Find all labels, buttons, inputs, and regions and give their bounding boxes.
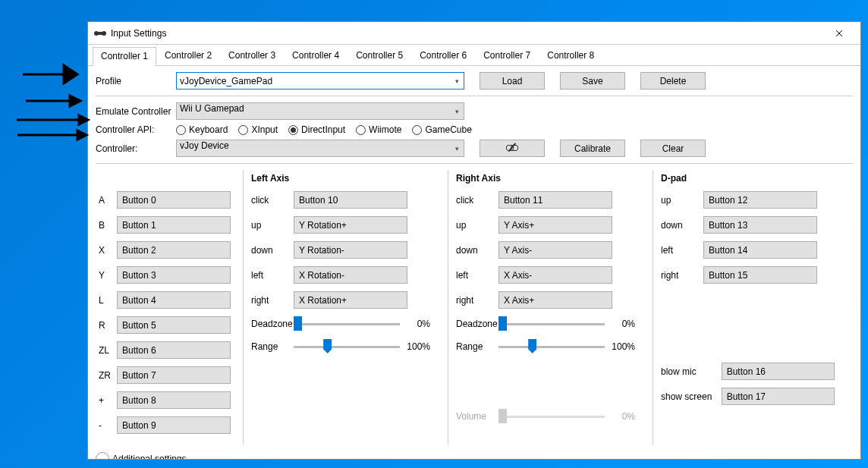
left-deadzone-value: 0% [400, 319, 430, 329]
left-range-slider[interactable] [294, 339, 400, 354]
controller-tabs: Controller 1Controller 2Controller 3Cont… [88, 46, 860, 66]
mapping-columns: AButton 0BButton 1XButton 2YButton 3LBut… [96, 170, 853, 444]
leftAxis-right-input[interactable]: X Rotation+ [294, 291, 407, 309]
button-label-minus: - [99, 420, 117, 431]
dpad-left-label: left [661, 245, 703, 256]
tab-controller-5[interactable]: Controller 5 [348, 46, 411, 65]
connect-button[interactable] [480, 140, 545, 157]
input-settings-window: Input Settings Controller 1Controller 2C… [87, 21, 861, 460]
dpad-down-label: down [661, 220, 703, 231]
range-label: Range [251, 341, 294, 352]
emulate-row: Emulate Controller Wii U Gamepad ▾ [96, 102, 853, 120]
button-label-Y: Y [99, 270, 117, 281]
radio-icon [238, 125, 248, 135]
dpad-down-input[interactable]: Button 13 [703, 216, 817, 234]
chevron-down-icon: ⌄ [96, 452, 109, 459]
api-radio-xinput[interactable]: XInput [238, 124, 278, 135]
blowmic-input[interactable]: Button 16 [722, 363, 835, 380]
button-input-A[interactable]: Button 0 [117, 191, 231, 209]
right-range-slider[interactable] [498, 339, 605, 354]
rightAxis-right-label: right [456, 295, 498, 306]
tab-controller-4[interactable]: Controller 4 [284, 46, 348, 65]
dpad-right-label: right [661, 270, 703, 281]
button-label-L: L [99, 295, 117, 306]
controller-row: Controller: vJoy Device ▾ Calibrate Clea… [96, 140, 853, 157]
button-input-L[interactable]: Button 4 [117, 291, 231, 309]
profile-row: Profile ▾ Load Save Delete [96, 72, 853, 90]
content-area: Profile ▾ Load Save Delete Emulate Contr… [88, 66, 860, 459]
leftAxis-down-label: down [251, 245, 294, 256]
showscreen-label: show screen [661, 391, 722, 402]
button-input-plus[interactable]: Button 8 [117, 391, 231, 409]
rightAxis-left-input[interactable]: X Axis- [498, 266, 612, 284]
dpad-heading: D-pad [661, 173, 835, 185]
radio-icon [412, 125, 422, 135]
api-label: Controller API: [96, 124, 171, 135]
volume-value: 0% [605, 411, 635, 422]
clear-button[interactable]: Clear [640, 140, 706, 157]
tab-controller-6[interactable]: Controller 6 [411, 46, 475, 65]
profile-label: Profile [96, 76, 171, 86]
range-label: Range [456, 341, 498, 352]
rightAxis-click-label: click [456, 195, 498, 206]
right-deadzone-slider[interactable] [498, 316, 605, 331]
leftAxis-click-input[interactable]: Button 10 [294, 191, 407, 209]
close-button[interactable] [824, 23, 854, 44]
dpad-up-label: up [661, 195, 703, 206]
leftAxis-up-input[interactable]: Y Rotation+ [294, 216, 407, 234]
button-input-Y[interactable]: Button 3 [117, 266, 231, 284]
volume-label: Volume [456, 411, 498, 422]
api-radio-gamecube[interactable]: GameCube [412, 124, 471, 135]
load-button[interactable]: Load [480, 72, 545, 90]
radio-icon [288, 125, 298, 135]
showscreen-input[interactable]: Button 17 [722, 388, 835, 405]
rightAxis-right-input[interactable]: X Axis+ [498, 291, 612, 309]
tab-controller-7[interactable]: Controller 7 [475, 46, 539, 65]
dpad-column: D-pad upButton 12downButton 13leftButton… [653, 170, 842, 444]
dpad-right-input[interactable]: Button 15 [703, 266, 817, 284]
api-radio-directinput[interactable]: DirectInput [288, 124, 345, 135]
button-input-minus[interactable]: Button 9 [117, 416, 231, 434]
gamepad-icon [94, 27, 106, 39]
delete-button[interactable]: Delete [640, 72, 706, 90]
radio-icon [356, 125, 366, 135]
tab-controller-8[interactable]: Controller 8 [539, 46, 602, 65]
emulate-combo[interactable]: Wii U Gamepad ▾ [176, 102, 464, 120]
rightAxis-down-input[interactable]: Y Axis- [498, 241, 612, 259]
rightAxis-click-input[interactable]: Button 11 [498, 191, 612, 209]
window-title: Input Settings [111, 28, 166, 39]
button-input-B[interactable]: Button 1 [117, 216, 231, 234]
button-input-ZR[interactable]: Button 7 [117, 366, 231, 384]
rightAxis-up-input[interactable]: Y Axis+ [498, 216, 612, 234]
button-input-ZL[interactable]: Button 6 [117, 341, 231, 359]
button-input-R[interactable]: Button 5 [117, 316, 231, 334]
api-radio-wiimote[interactable]: Wiimote [356, 124, 401, 135]
tab-controller-2[interactable]: Controller 2 [156, 46, 220, 65]
right-range-value: 100% [605, 341, 635, 352]
leftAxis-down-input[interactable]: Y Rotation- [294, 241, 407, 259]
unlink-icon [506, 144, 518, 152]
right-axis-column: Right Axis clickButton 11upY Axis+downY … [448, 170, 653, 444]
button-input-X[interactable]: Button 2 [117, 241, 231, 259]
calibrate-button[interactable]: Calibrate [560, 140, 625, 157]
dpad-left-input[interactable]: Button 14 [703, 241, 817, 259]
save-button[interactable]: Save [560, 72, 625, 90]
additional-settings-label: Additional settings [112, 454, 186, 459]
deadzone-label: Deadzone [456, 319, 498, 329]
additional-settings-toggle[interactable]: ⌄ Additional settings [96, 449, 853, 459]
api-radio-keyboard[interactable]: Keyboard [176, 124, 228, 135]
right-deadzone-value: 0% [605, 319, 635, 329]
controller-combo[interactable]: vJoy Device ▾ [176, 140, 464, 157]
leftAxis-right-label: right [251, 295, 294, 306]
titlebar: Input Settings [88, 22, 860, 45]
face-buttons-column: AButton 0BButton 1XButton 2YButton 3LBut… [96, 170, 243, 444]
tab-controller-3[interactable]: Controller 3 [220, 46, 284, 65]
leftAxis-left-input[interactable]: X Rotation- [294, 266, 407, 284]
button-label-ZL: ZL [99, 345, 117, 356]
profile-input[interactable] [180, 73, 448, 89]
dpad-up-input[interactable]: Button 12 [703, 191, 817, 209]
leftAxis-up-label: up [251, 220, 294, 231]
api-row: Controller API: KeyboardXInputDirectInpu… [96, 124, 853, 135]
profile-combo[interactable]: ▾ [176, 72, 464, 90]
left-deadzone-slider[interactable] [294, 316, 400, 331]
